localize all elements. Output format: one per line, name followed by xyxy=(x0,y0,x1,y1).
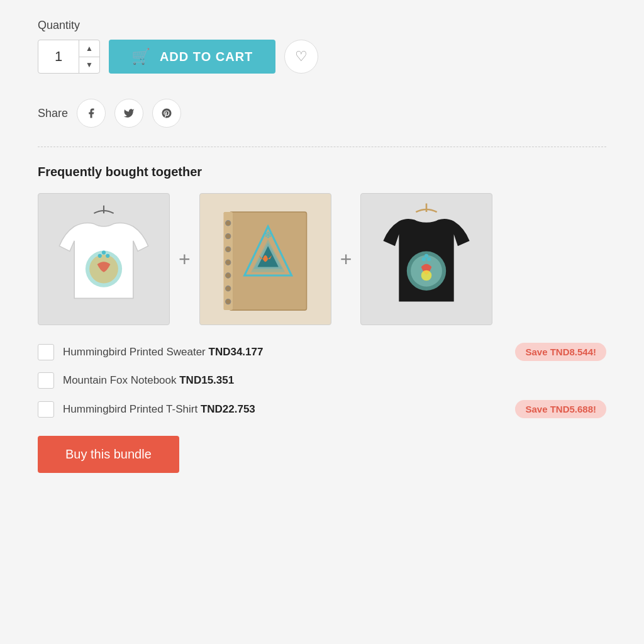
fbt-item-tshirt: Hummingbird Printed T-Shirt TND22.753 Sa… xyxy=(38,400,606,418)
quantity-label: Quantity xyxy=(38,19,606,32)
svg-point-26 xyxy=(421,270,432,281)
svg-point-13 xyxy=(225,286,230,291)
tshirt-svg xyxy=(361,194,492,325)
fbt-product-image-notebook: ❄ xyxy=(199,193,331,325)
twitter-icon xyxy=(123,108,135,119)
facebook-icon xyxy=(86,108,97,119)
facebook-button[interactable] xyxy=(77,99,106,128)
fbt-products: + xyxy=(38,193,606,325)
fbt-item-list: Hummingbird Printed Sweater TND34.177 Sa… xyxy=(38,343,606,418)
svg-point-14 xyxy=(225,299,230,304)
svg-point-9 xyxy=(225,233,230,238)
fbt-plus-2: + xyxy=(338,248,355,271)
cart-icon: 🛒 xyxy=(131,48,151,65)
add-to-cart-button[interactable]: 🛒 ADD TO CART xyxy=(109,40,275,74)
fbt-checkbox-tshirt[interactable] xyxy=(38,401,54,418)
svg-text:❄: ❄ xyxy=(264,230,272,240)
fbt-checkbox-notebook[interactable] xyxy=(38,372,54,389)
fbt-save-badge-sweater: Save TND8.544! xyxy=(515,343,606,361)
pinterest-button[interactable] xyxy=(152,99,181,128)
page-container: Quantity ▲ ▼ 🛒 ADD TO CART ♡ Share xyxy=(0,0,644,644)
share-label: Share xyxy=(38,107,68,120)
quantity-box: ▲ ▼ xyxy=(38,40,100,74)
fbt-product-image-tshirt xyxy=(360,193,492,325)
fbt-plus-1: + xyxy=(176,248,193,271)
svg-point-10 xyxy=(225,247,230,252)
fbt-item-tshirt-text: Hummingbird Printed T-Shirt TND22.753 xyxy=(63,403,506,416)
heart-icon: ♡ xyxy=(295,48,308,65)
fbt-item-notebook: Mountain Fox Notebook TND15.351 xyxy=(38,372,606,389)
svg-point-12 xyxy=(225,273,230,278)
quantity-up-button[interactable]: ▲ xyxy=(79,40,99,57)
sweater-svg xyxy=(38,194,169,325)
svg-point-11 xyxy=(225,260,230,265)
twitter-button[interactable] xyxy=(114,99,143,128)
buy-bundle-button[interactable]: Buy this bundle xyxy=(38,436,179,473)
svg-point-24 xyxy=(425,254,428,258)
quantity-row: ▲ ▼ 🛒 ADD TO CART ♡ xyxy=(38,40,606,74)
svg-point-23 xyxy=(422,257,426,261)
svg-point-5 xyxy=(106,254,109,258)
quantity-input[interactable] xyxy=(38,48,79,65)
svg-point-4 xyxy=(102,250,106,254)
section-divider xyxy=(38,147,606,147)
fbt-item-notebook-text: Mountain Fox Notebook TND15.351 xyxy=(63,374,606,387)
fbt-checkbox-sweater[interactable] xyxy=(38,344,54,360)
notebook-svg: ❄ xyxy=(200,194,331,325)
svg-point-8 xyxy=(225,221,230,226)
fbt-item-sweater-text: Hummingbird Printed Sweater TND34.177 xyxy=(63,346,506,358)
fbt-product-image-sweater xyxy=(38,193,170,325)
fbt-item-sweater: Hummingbird Printed Sweater TND34.177 Sa… xyxy=(38,343,606,361)
quantity-arrows: ▲ ▼ xyxy=(79,40,99,73)
wishlist-button[interactable]: ♡ xyxy=(284,40,318,74)
svg-point-3 xyxy=(98,254,102,258)
quantity-down-button[interactable]: ▼ xyxy=(79,57,99,74)
add-to-cart-label: ADD TO CART xyxy=(160,50,253,64)
pinterest-icon xyxy=(161,108,172,119)
share-row: Share xyxy=(38,99,606,128)
fbt-save-badge-tshirt: Save TND5.688! xyxy=(515,400,606,418)
svg-point-25 xyxy=(427,257,431,261)
fbt-title: Frequently bought together xyxy=(38,165,606,179)
